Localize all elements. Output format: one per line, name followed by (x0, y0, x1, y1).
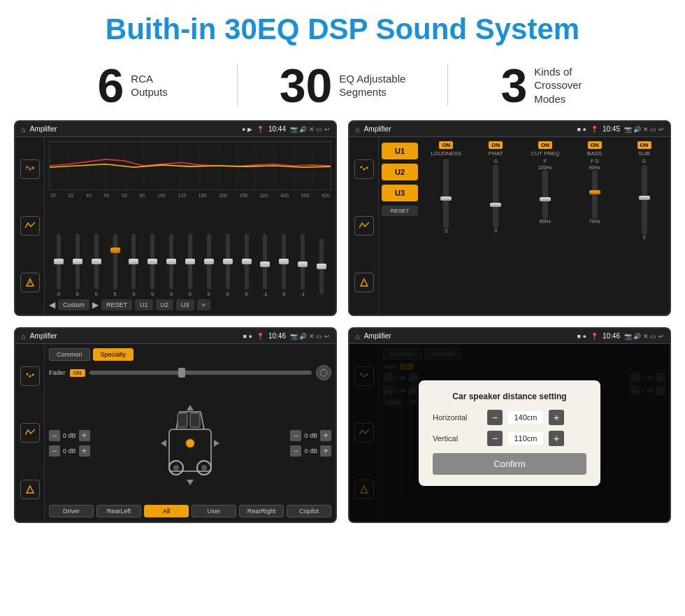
fader-knob[interactable] (316, 365, 331, 380)
eq-icon-1[interactable] (20, 159, 40, 179)
distance-dialog: Car speaker distance setting Horizontal … (419, 380, 600, 486)
sub-on[interactable]: ON (637, 141, 651, 149)
eq-slider-13[interactable]: -1 (294, 234, 311, 296)
s2-icon-2[interactable] (354, 216, 374, 236)
db3-minus[interactable]: − (290, 430, 301, 441)
car-svg (155, 398, 225, 489)
eq-slider-4[interactable]: 0 (125, 234, 142, 296)
home-icon: ⌂ (21, 125, 26, 134)
eq-slider-14[interactable] (313, 238, 330, 296)
s3-icon-3[interactable] (20, 480, 40, 499)
db2-minus[interactable]: − (49, 445, 60, 457)
reset-button[interactable]: RESET (101, 299, 132, 310)
eq-slider-6[interactable]: 0 (163, 234, 180, 296)
db4-value: 0 dB (304, 447, 317, 454)
next-button[interactable]: ▶ (92, 300, 99, 310)
svg-point-25 (186, 439, 194, 447)
screen3-pin: 📍 (257, 333, 264, 340)
fader-track[interactable] (89, 371, 312, 375)
vertical-minus[interactable]: − (487, 431, 503, 446)
cutfreq-section: ON CUT FREQ F 100Hz 80Hz (523, 141, 568, 310)
bass-slider[interactable] (592, 170, 598, 219)
eq-slider-3[interactable]: 5 (107, 234, 124, 296)
s3-icon-1[interactable] (20, 366, 40, 386)
sub-slider[interactable] (642, 165, 647, 235)
u1-preset-button[interactable]: U1 (382, 143, 418, 159)
fader-row: Fader ON (49, 365, 331, 380)
u2-preset-button[interactable]: U2 (382, 164, 418, 180)
horizontal-minus[interactable]: − (487, 410, 503, 425)
prev-button[interactable]: ◀ (49, 300, 55, 310)
specialty-tab[interactable]: Specialty (93, 348, 134, 361)
u2-button[interactable]: U2 (156, 299, 174, 310)
horizontal-value: 140cm (508, 411, 543, 424)
user-button[interactable]: User (192, 505, 236, 517)
vertical-plus[interactable]: + (549, 431, 564, 446)
reset-s2-button[interactable]: RESET (382, 206, 418, 216)
eq-slider-1[interactable]: 0 (69, 234, 86, 296)
rearleft-button[interactable]: RearLeft (96, 505, 141, 517)
eq-slider-8[interactable]: 0 (201, 234, 217, 296)
sub-section: ON SUB G 0 (621, 141, 667, 310)
page-title: Buith-in 30EQ DSP Sound System (0, 0, 685, 55)
eq-slider-10[interactable]: 0 (238, 234, 255, 296)
eq-bottom: ◀ Custom ▶ RESET U1 U2 U3 » (49, 299, 331, 310)
stat-rca: 6 RCAOutputs (42, 62, 223, 109)
rearright-button[interactable]: RearRight (239, 505, 284, 517)
eq-slider-12[interactable]: 0 (275, 234, 292, 296)
loudness-on[interactable]: ON (439, 141, 453, 149)
svg-point-23 (173, 465, 179, 471)
screen2-icons: 📷 🔊 ✕ ▭ ↩ (624, 126, 664, 133)
s3-icon-2[interactable] (20, 423, 40, 443)
eq-slider-2[interactable]: 0 (88, 234, 105, 296)
eq-icon-3[interactable] (20, 273, 40, 292)
db2-value: 0 dB (63, 447, 76, 454)
driver-button[interactable]: Driver (49, 505, 94, 517)
loudness-slider[interactable] (443, 159, 449, 229)
cutfreq-on[interactable]: ON (538, 141, 552, 149)
eq-slider-5[interactable]: 0 (144, 234, 161, 296)
db1-plus[interactable]: + (79, 430, 90, 441)
bass-on[interactable]: ON (588, 141, 602, 149)
eq-slider-7[interactable]: 0 (182, 234, 199, 296)
eq-slider-0[interactable]: 0 (50, 234, 67, 296)
s2-icon-3[interactable] (354, 273, 374, 292)
more-button[interactable]: » (197, 299, 210, 310)
cutfreq-label: CUT FREQ (531, 150, 560, 157)
s2-icon-1[interactable] (354, 159, 374, 179)
eq-slider-9[interactable]: 0 (219, 234, 236, 296)
screen-dialog: ⌂ Amplifier ■ ● 📍 10:46 📷 🔊 ✕ ▭ ↩ (348, 327, 671, 523)
bass-label: BASS (587, 150, 602, 157)
db4-minus[interactable]: − (290, 445, 301, 457)
all-button[interactable]: All (144, 505, 189, 517)
cutfreq-slider[interactable] (542, 170, 548, 219)
screen3-body: Common Specialty Fader ON (15, 344, 336, 522)
eq-slider-11[interactable]: -1 (257, 234, 273, 296)
db1-minus[interactable]: − (49, 430, 60, 441)
screens-grid: ⌂ Amplifier ● ▶ 📍 10:44 📷 🔊 ✕ ▭ ↩ (0, 120, 685, 537)
screen4-pin: 📍 (591, 333, 598, 340)
confirm-button[interactable]: Confirm (433, 453, 586, 475)
eq-icon-2[interactable] (20, 216, 40, 236)
horizontal-plus[interactable]: + (549, 410, 564, 425)
phat-slider[interactable] (493, 165, 498, 228)
screen2-time: 10:45 (603, 125, 620, 133)
db4-plus[interactable]: + (320, 445, 331, 457)
screen1-dot: ● ▶ (242, 126, 252, 133)
u3-button[interactable]: U3 (176, 299, 194, 310)
u3-preset-button[interactable]: U3 (382, 185, 418, 201)
screen4-status-bar: ⌂ Amplifier ■ ● 📍 10:46 📷 🔊 ✕ ▭ ↩ (349, 329, 670, 344)
custom-button[interactable]: Custom (58, 299, 89, 310)
copilot-button[interactable]: Copilot (287, 505, 331, 517)
dialog-title: Car speaker distance setting (433, 392, 586, 401)
screen3-icons: 📷 🔊 ✕ ▭ ↩ (290, 333, 330, 340)
svg-point-12 (26, 373, 28, 375)
db2-plus[interactable]: + (79, 445, 90, 457)
phat-on[interactable]: ON (489, 141, 503, 149)
common-tab[interactable]: Common (49, 348, 90, 361)
horizontal-label: Horizontal (433, 413, 482, 422)
sub-label: SUB (638, 150, 649, 157)
screen1-status-bar: ⌂ Amplifier ● ▶ 📍 10:44 📷 🔊 ✕ ▭ ↩ (15, 122, 336, 137)
u1-button[interactable]: U1 (135, 299, 153, 310)
db3-plus[interactable]: + (320, 430, 331, 441)
